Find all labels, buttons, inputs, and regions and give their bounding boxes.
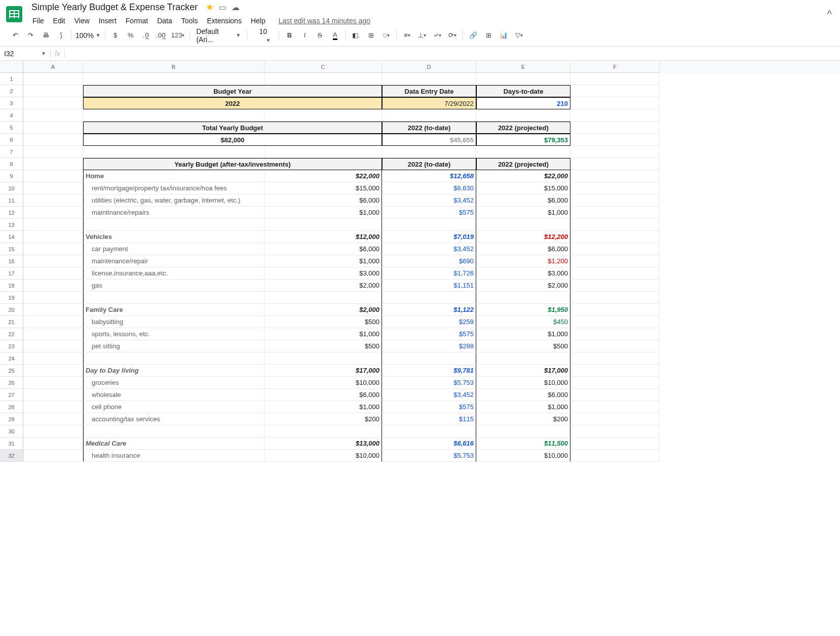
row-header[interactable]: 11 [0, 194, 23, 207]
cell[interactable]: $1,000 [264, 401, 382, 413]
cell[interactable]: $2,000 [264, 280, 382, 292]
cell[interactable]: $1,200 [476, 255, 570, 267]
col-header[interactable]: E [476, 61, 570, 73]
cell[interactable]: Data Entry Date [382, 85, 476, 97]
cell[interactable]: $22,000 [476, 170, 570, 182]
cell[interactable]: sports, lessons, etc. [83, 328, 264, 340]
strikethrough-button[interactable]: S [313, 28, 327, 43]
cell[interactable]: $1,000 [476, 401, 570, 413]
menu-data[interactable]: Data [153, 15, 176, 27]
cell[interactable]: Budget Year [83, 85, 382, 97]
cell[interactable]: $79,353 [476, 134, 570, 146]
cell[interactable]: $3,452 [382, 389, 476, 401]
cell[interactable]: 2022 (to-date) [382, 158, 476, 170]
cell[interactable]: $10,000 [476, 450, 570, 462]
cell[interactable]: 2022 (projected) [476, 158, 570, 170]
row-header[interactable]: 15 [0, 243, 23, 255]
cell[interactable]: health insurance [83, 450, 264, 462]
row-header[interactable]: 16 [0, 255, 23, 267]
horizontal-align-button[interactable]: ≡▾ [400, 28, 414, 43]
cell[interactable]: $15,000 [476, 182, 570, 194]
cell[interactable]: $575 [382, 328, 476, 340]
cell[interactable]: 210 [476, 97, 570, 109]
menu-format[interactable]: Format [122, 15, 152, 27]
name-box[interactable]: I32▼ [0, 50, 51, 58]
row-header[interactable]: 20 [0, 304, 23, 316]
row-header[interactable]: 25 [0, 365, 23, 377]
cell[interactable]: $12,000 [264, 231, 382, 243]
cell[interactable]: $6,000 [264, 194, 382, 207]
row-header[interactable]: 2 [0, 85, 23, 97]
fill-color-button[interactable]: ◧. [349, 28, 363, 43]
cell[interactable]: $2,000 [476, 280, 570, 292]
cell[interactable]: $6,000 [476, 243, 570, 255]
cell[interactable]: $3,452 [382, 243, 476, 255]
cell[interactable]: Yearly Budget (after-tax/investments) [83, 158, 382, 170]
row-header[interactable]: 19 [0, 292, 23, 304]
row-header[interactable]: 5 [0, 122, 23, 134]
col-header[interactable]: C [264, 61, 382, 73]
cell[interactable]: groceries [83, 377, 264, 389]
star-icon[interactable]: ★ [206, 2, 214, 13]
cell[interactable]: $1,122 [382, 304, 476, 316]
cell[interactable]: 2022 (to-date) [382, 122, 476, 134]
cell[interactable]: wholesale [83, 389, 264, 401]
cells-area[interactable]: Budget Year Data Entry Date Days-to-date… [23, 73, 840, 462]
more-formats-button[interactable]: 123▾ [169, 28, 187, 43]
cell[interactable]: $12,200 [476, 231, 570, 243]
text-wrap-button[interactable]: ⤶▾ [430, 28, 444, 43]
row-header[interactable]: 23 [0, 340, 23, 352]
cell[interactable]: accounting/tax services [83, 413, 264, 425]
col-header[interactable]: F [570, 61, 660, 73]
text-rotation-button[interactable]: ⟳▾ [445, 28, 460, 43]
document-title[interactable]: Simple Yearly Budget & Expense Tracker [28, 1, 201, 14]
cell[interactable]: cell phone [83, 401, 264, 413]
col-header[interactable]: A [23, 61, 83, 73]
cell[interactable]: $3,000 [264, 267, 382, 280]
cell[interactable]: $2,000 [264, 304, 382, 316]
cell[interactable]: $17,000 [264, 365, 382, 377]
cell[interactable]: $6,000 [264, 243, 382, 255]
row-header[interactable]: 14 [0, 231, 23, 243]
zoom-select[interactable]: 100%▼ [74, 29, 102, 42]
cell[interactable]: pet sitting [83, 340, 264, 352]
paint-format-button[interactable]: ⟆ [54, 28, 68, 43]
cell[interactable]: Family Care [83, 304, 264, 316]
move-icon[interactable]: ▭ [219, 3, 226, 12]
cell[interactable]: $17,000 [476, 365, 570, 377]
cell[interactable]: $12,658 [382, 170, 476, 182]
cell[interactable]: $1,151 [382, 280, 476, 292]
cell[interactable]: $9,781 [382, 365, 476, 377]
row-header[interactable]: 4 [0, 109, 23, 122]
cell[interactable]: Day to Day living [83, 365, 264, 377]
cloud-status-icon[interactable]: ☁ [232, 3, 240, 12]
cell[interactable]: $200 [476, 413, 570, 425]
row-header[interactable]: 22 [0, 328, 23, 340]
redo-button[interactable]: ↷ [23, 28, 37, 43]
cell[interactable]: $8,630 [382, 182, 476, 194]
cell[interactable]: $6,000 [476, 389, 570, 401]
cell[interactable]: $10,000 [476, 377, 570, 389]
cell[interactable]: $288 [382, 340, 476, 352]
cell[interactable]: 7/29/2022 [382, 97, 476, 109]
cell[interactable]: $1,726 [382, 267, 476, 280]
cell[interactable]: $6,000 [264, 389, 382, 401]
cell[interactable]: rent/mortgage/property tax/insurance/hoa… [83, 182, 264, 194]
row-header[interactable]: 26 [0, 377, 23, 389]
cell[interactable]: Total Yearly Budget [83, 122, 382, 134]
cell[interactable]: $690 [382, 255, 476, 267]
menu-file[interactable]: File [28, 15, 48, 27]
cell[interactable]: $22,000 [264, 170, 382, 182]
cell[interactable]: utilities (electric, gas, water, garbage… [83, 194, 264, 207]
row-header[interactable]: 21 [0, 316, 23, 328]
cell[interactable]: $5,753 [382, 450, 476, 462]
italic-button[interactable]: I [297, 28, 312, 43]
insert-chart-button[interactable]: 📊 [497, 28, 511, 43]
col-header[interactable]: B [83, 61, 264, 73]
font-select[interactable]: Default (Ari...▼ [193, 25, 244, 46]
cell[interactable]: $575 [382, 207, 476, 219]
cell[interactable]: $6,000 [476, 194, 570, 207]
cell[interactable]: $82,000 [83, 134, 382, 146]
increase-decimal-button[interactable]: .00̲ [154, 28, 168, 43]
menu-view[interactable]: View [70, 15, 94, 27]
